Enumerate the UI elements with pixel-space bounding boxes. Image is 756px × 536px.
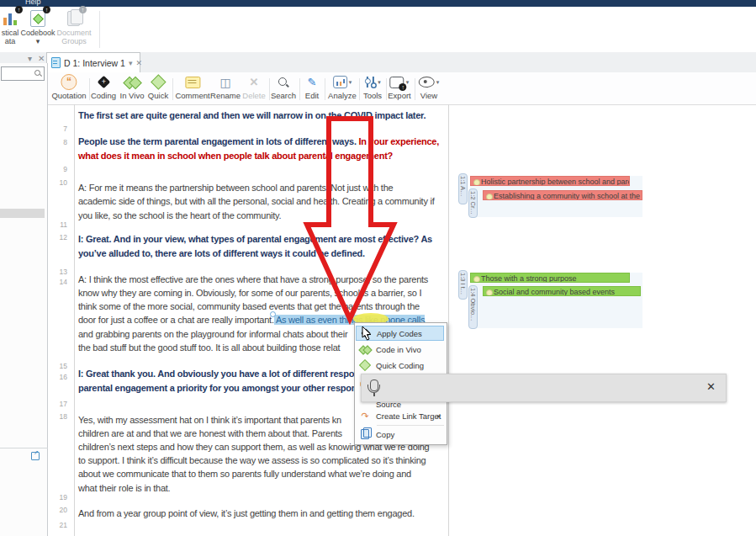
toolbar-separator (325, 78, 325, 100)
code-label[interactable]: Social and community based events (483, 286, 641, 296)
document-text[interactable]: The first set are quite general and then… (77, 104, 448, 536)
search-icon (278, 77, 289, 88)
text-line: what does it mean in school when people … (78, 150, 393, 162)
toolbar-button-tools[interactable]: ▾Tools (363, 74, 382, 103)
text-line: The first set are quite general and then… (78, 109, 426, 122)
text-line: think some of the more social, community… (78, 300, 420, 313)
toolbar-button-coding[interactable]: Coding (91, 74, 116, 103)
search-input[interactable] (1, 66, 45, 81)
toolbar-button-quotation[interactable]: “Quotation (51, 74, 86, 103)
toolbar-button-label: Quick (148, 91, 168, 100)
toolbar-button-in-vivo[interactable]: In Vivo (120, 74, 145, 103)
text-segment: And from a year group point of view, it’… (78, 508, 415, 518)
dropdown-caret-icon[interactable]: ▾ (436, 79, 440, 86)
toolbar-button-quick[interactable]: Quick (148, 74, 168, 103)
menu-item-create-link-target[interactable]: ↷Create Link Target▸ (356, 408, 444, 423)
text-segment: you like, so the school is the heart of … (78, 210, 281, 220)
menu-item-copy[interactable]: Copy (356, 427, 444, 442)
tab-caret-icon[interactable]: ▾ (129, 59, 133, 67)
text-line: parental engagement a priority for you a… (78, 382, 364, 395)
text-line: People use the term parental engagement … (78, 135, 439, 148)
microphone-icon[interactable] (370, 379, 378, 391)
toolbar-button-comment[interactable]: Comment (175, 74, 209, 103)
menu-item-label: Copy (376, 430, 394, 439)
quotation-bar[interactable]: 1:4 Obvio… (468, 285, 478, 329)
line-number: 21 (49, 521, 67, 529)
toolbar-button-label: Comment (175, 91, 209, 100)
line-number: 20 (49, 506, 67, 514)
dictation-close-icon[interactable]: ✕ (706, 380, 716, 393)
tools-icon (364, 77, 376, 88)
gutter-rule (74, 104, 75, 536)
tab-close-icon[interactable]: ✕ (135, 59, 142, 67)
menu-item-quick-coding[interactable]: Quick Coding (356, 358, 444, 373)
ribbon-button-document-groups: ↑Document Groups (56, 9, 93, 50)
toolbar-button-analyze[interactable]: ▾Analyze (328, 74, 357, 103)
quick-coding-icon (151, 74, 166, 89)
document-toolbar: “QuotationCodingIn VivoQuickComment◫Rena… (0, 72, 756, 105)
text-segment: think some of the more social, community… (78, 301, 420, 311)
toolbar-button-edit[interactable]: ✎Edit (305, 74, 319, 103)
left-panel (0, 63, 48, 536)
quotation-bar[interactable]: 1:2 Cr… (468, 188, 478, 218)
menu-item-label: Code in Vivo (376, 345, 421, 354)
document-tab-title: D 1: Interview 1 (64, 58, 125, 68)
text-line: children are at and that we are honest w… (78, 427, 342, 440)
line-number: 13 (49, 268, 67, 276)
in-vivo-icon (124, 77, 140, 88)
ribbon-button-codebook[interactable]: ↑Codebook ▾ (20, 9, 56, 50)
ribbon-button-label: Codebook ▾ (20, 29, 56, 45)
toolbar-separator (386, 78, 387, 100)
toolbar-button-label: Analyze (328, 91, 357, 100)
menu-separator (377, 425, 444, 426)
toolbar-button-rename[interactable]: ◫Rename (210, 74, 241, 103)
menu-item-label: Apply Codes (377, 329, 422, 338)
dropdown-caret-icon[interactable]: ▾ (406, 79, 410, 86)
toolbar-separator (359, 78, 360, 100)
panel-close-icon[interactable]: ✕ (38, 54, 45, 63)
code-label[interactable]: Those with a strong purpose (470, 273, 630, 283)
panel-caret-icon[interactable]: ▾ (28, 54, 32, 63)
ribbon-button-label: Document Groups (56, 29, 93, 45)
dropdown-caret-icon[interactable]: ▾ (378, 79, 381, 86)
line-number: 15 (49, 362, 67, 370)
document-tab[interactable]: D 1: Interview 1 ▾ ✕ (46, 52, 140, 72)
line-number: 10 (49, 178, 67, 187)
toolbar-button-label: Rename (210, 91, 241, 100)
text-line: about we communicate that to them so par… (78, 468, 411, 480)
statistical-data-icon: ↑ (1, 9, 19, 26)
text-line: A: For me it means the partnership betwe… (78, 182, 393, 194)
text-line: know why they are coming in. Obviously, … (78, 287, 421, 300)
text-segment: In your experience, (357, 136, 439, 146)
import-badge-icon: ↑ (43, 6, 50, 13)
coding-icon (97, 76, 110, 89)
detach-window-icon[interactable] (31, 452, 40, 460)
code-label[interactable]: Holistic partnership between school and … (470, 176, 630, 186)
toolbar-button-label: View (419, 91, 440, 100)
delete-icon: ✕ (250, 76, 259, 88)
line-number: 19 (49, 493, 67, 502)
selection-start-handle[interactable] (270, 311, 276, 317)
toolbar-separator (415, 78, 415, 100)
line-number: 9 (49, 165, 67, 173)
text-line: what their role is in that. (78, 482, 170, 495)
analyze-icon (333, 76, 347, 88)
toolbar-button-label: Export (388, 91, 410, 100)
text-segment: and grabbing parents on the playground f… (78, 329, 347, 339)
toolbar-button-export[interactable]: ▾Export (388, 74, 410, 103)
quotation-icon: “ (61, 74, 77, 90)
quotation-bar[interactable]: 1:1 A… (458, 173, 468, 204)
toolbar-button-search[interactable]: Search (271, 74, 296, 103)
code-icon (360, 330, 372, 337)
quotation-bar[interactable]: 1:3 I t… (458, 270, 468, 300)
text-segment: about we communicate that to them so par… (78, 469, 411, 479)
help-menu[interactable]: Help (25, 0, 41, 6)
dropdown-caret-icon[interactable]: ▾ (349, 79, 352, 86)
menu-item-apply-codes[interactable]: Apply Codes (356, 326, 444, 341)
panel-selected-row[interactable] (0, 209, 45, 218)
code-label[interactable]: Establishing a community with school at … (483, 190, 642, 200)
toolbar-button-view[interactable]: ▾View (419, 74, 440, 103)
menu-item-code-in-vivo[interactable]: Code in Vivo (356, 342, 444, 357)
toolbar-separator (172, 78, 173, 100)
ribbon-button-statistical-data[interactable]: ↑stical ata (0, 9, 20, 50)
